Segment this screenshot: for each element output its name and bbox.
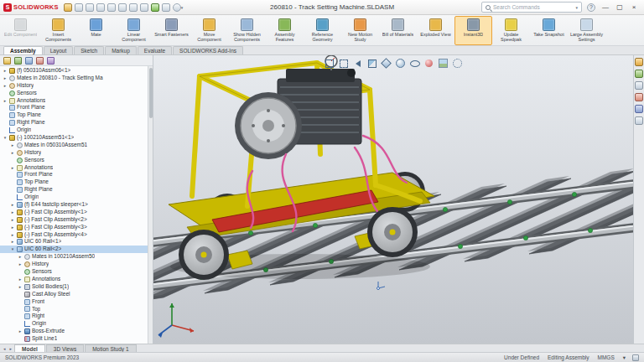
expand-arrow-icon[interactable]: ▸	[10, 149, 15, 157]
tree-item[interactable]: Sensors	[0, 90, 148, 97]
expand-arrow-icon[interactable]: ▸	[18, 253, 23, 261]
help-icon[interactable]: ?	[587, 3, 595, 12]
tree-item[interactable]: Front Plane	[0, 171, 148, 178]
ribbon-button[interactable]: Move Component	[190, 16, 228, 45]
apply-scene-icon[interactable]	[438, 58, 449, 69]
edit-appearance-icon[interactable]	[423, 58, 434, 69]
tree-item[interactable]: Right Plane	[0, 186, 148, 194]
document-tab[interactable]: 3D Views	[46, 344, 84, 352]
zoom-fit-icon[interactable]	[324, 58, 335, 69]
status-field[interactable]: MMGS	[598, 354, 615, 360]
ribbon-button[interactable]: Smart Fasteners	[153, 16, 190, 45]
tree-item[interactable]: Origin	[0, 194, 148, 201]
tree-item[interactable]: Cast Alloy Steel	[0, 291, 148, 298]
ribbon-button[interactable]: Exploded View	[417, 16, 454, 45]
tree-item[interactable]: Front Plane	[0, 104, 148, 111]
expand-arrow-icon[interactable]: ▸	[3, 67, 8, 75]
resources-icon[interactable]	[635, 58, 643, 66]
expand-arrow-icon[interactable]: ▸	[10, 201, 15, 209]
appearances-icon[interactable]	[635, 105, 643, 113]
tree-scrollbar[interactable]	[148, 66, 153, 344]
graphics-viewport[interactable]	[153, 55, 633, 344]
expand-arrow-icon[interactable]: ▸	[3, 82, 8, 90]
undo-icon[interactable]	[118, 3, 127, 12]
tree-item[interactable]: Sensors	[0, 157, 148, 164]
section-view-icon[interactable]	[366, 58, 377, 69]
search-commands-input[interactable]: Search Commands ▾	[481, 2, 582, 13]
expand-arrow-icon[interactable]: ▸	[18, 276, 23, 283]
expand-arrow-icon[interactable]: ▸	[10, 164, 15, 172]
expand-arrow-icon[interactable]: ▸	[10, 231, 15, 239]
tab-prev-icon[interactable]: ◂	[2, 346, 8, 351]
home-icon[interactable]	[64, 3, 72, 12]
tree-item[interactable]: Top	[0, 306, 148, 313]
tree-item[interactable]: Top Plane	[0, 111, 148, 119]
ribbon-button[interactable]: Assembly Features	[266, 16, 304, 45]
ribbon-button[interactable]: Take Snapshot	[530, 16, 568, 45]
redo-icon[interactable]	[129, 3, 138, 12]
expand-arrow-icon[interactable]: ▸	[3, 97, 8, 105]
tree-item[interactable]: ▸ Boss-Extrude	[0, 328, 148, 335]
view-orientation-icon[interactable]	[381, 58, 392, 69]
tree-item[interactable]: Split Line1	[0, 335, 148, 343]
ribbon-button[interactable]: Show Hidden Components	[228, 16, 266, 45]
expand-arrow-icon[interactable]: ▸	[10, 224, 15, 231]
tree-item[interactable]: Front	[0, 298, 148, 306]
status-field[interactable]: Under Defined	[504, 354, 539, 360]
expand-arrow-icon[interactable]: ▸	[10, 142, 15, 149]
featuremanager-icon[interactable]	[3, 57, 11, 65]
custom-toolbar-icon[interactable]	[632, 354, 639, 361]
chevron-down-icon[interactable]: ▾	[575, 5, 578, 10]
tree-item[interactable]: ▸ History	[0, 82, 148, 90]
tree-item[interactable]: ▸ Annotations	[0, 97, 148, 105]
ribbon-tab[interactable]: Sketch	[74, 46, 104, 54]
expand-arrow-icon[interactable]: ▸	[18, 283, 23, 291]
tree-item[interactable]: ▸ (-) Fast Clip Assembly<1>	[0, 209, 148, 216]
tree-item[interactable]: ▸ Annotations	[0, 276, 148, 283]
view-palette-icon[interactable]	[635, 93, 643, 101]
new-icon[interactable]	[75, 3, 83, 12]
tree-item[interactable]: ▸ (f) E44 fastclip sleeper<1>	[0, 201, 148, 209]
tree-item[interactable]: ▸ (-) Fast Clip Assembly<4>	[0, 231, 148, 239]
ribbon-button[interactable]: New Motion Study	[341, 16, 379, 45]
tree-item[interactable]: ▸ (-) Fast Clip Assembly<2>	[0, 216, 148, 224]
tree-item[interactable]: Origin	[0, 127, 148, 134]
previous-view-icon[interactable]	[352, 58, 363, 69]
ribbon-tab[interactable]: Markup	[105, 46, 137, 54]
tree-item[interactable]: Top Plane	[0, 178, 148, 186]
close-button[interactable]: ×	[627, 2, 641, 13]
tree-item[interactable]: ▸ UIC 60 Rail<1>	[0, 238, 148, 246]
status-field[interactable]: ▾	[623, 354, 626, 361]
tree-item[interactable]: ▸ (f) 050310Assm06<1>	[0, 67, 148, 75]
ribbon-button[interactable]: Update Speedpak Subassemblies	[492, 16, 530, 45]
displaymanager-icon[interactable]	[47, 57, 55, 65]
ribbon-button[interactable]: Reference Geometry	[304, 16, 341, 45]
rebuild-icon[interactable]	[151, 3, 159, 12]
tree-item[interactable]: ▸ Mates in 260810 - Track Setting Ma	[0, 75, 148, 82]
file-properties-icon[interactable]	[162, 3, 170, 12]
expand-arrow-icon[interactable]: ▸	[18, 328, 23, 335]
maximize-button[interactable]: ▢	[613, 2, 626, 13]
minimize-button[interactable]: —	[599, 2, 612, 13]
custom-properties-icon[interactable]	[635, 116, 643, 125]
ribbon-button[interactable]: Insert Components	[39, 16, 77, 45]
tree-item[interactable]: ▾ (-) 100210Assem51<1>	[0, 134, 148, 142]
print-icon[interactable]	[107, 3, 116, 12]
view-settings-icon[interactable]	[452, 58, 463, 69]
ribbon-tab[interactable]: SOLIDWORKS Add-Ins	[173, 46, 243, 54]
expand-arrow-icon[interactable]: ▾	[3, 134, 8, 142]
ribbon-button[interactable]: Instant3D	[454, 16, 492, 45]
tree-item[interactable]: Sensors	[0, 268, 148, 276]
tree-item[interactable]: ▸ History	[0, 261, 148, 268]
file-explorer-icon[interactable]	[635, 81, 643, 90]
scrollbar-thumb[interactable]	[149, 68, 153, 118]
tree-item[interactable]: ▸ History	[0, 149, 148, 157]
status-field[interactable]: Editing Assembly	[548, 354, 589, 360]
tree-item[interactable]: ▸ Mates in 100210Assem50	[0, 253, 148, 261]
expand-arrow-icon[interactable]: ▸	[10, 209, 15, 216]
expand-arrow-icon[interactable]: ▸	[3, 75, 8, 82]
tree-item[interactable]: ▸ Annotations	[0, 164, 148, 172]
zoom-area-icon[interactable]	[338, 58, 349, 69]
save-icon[interactable]	[96, 3, 105, 12]
tree-item[interactable]: Right Plane	[0, 119, 148, 127]
